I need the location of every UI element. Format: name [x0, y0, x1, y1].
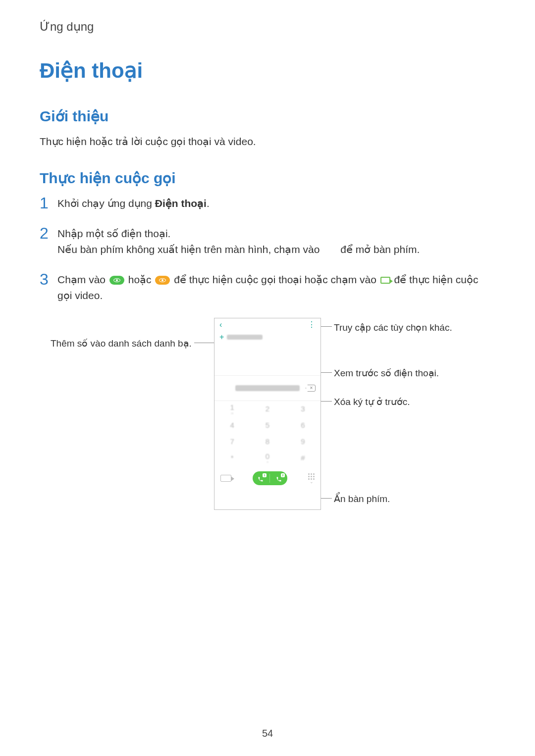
breadcrumb-header: Ứng dụng: [40, 20, 495, 34]
dial-keypad[interactable]: 1∞23456789*0+#: [214, 401, 321, 466]
dial-key[interactable]: 1∞: [214, 401, 250, 417]
call-green-icon: [109, 276, 124, 285]
step-3: 3 Chạm vào hoặc để thực hiện cuộc gọi th…: [40, 272, 495, 304]
step-1-bold: Điện thoại: [155, 198, 207, 209]
section-makecall-heading: Thực hiện cuộc gọi: [40, 169, 495, 187]
step-2-line2a: Nếu bàn phím không xuất hiện trên màn hì…: [57, 244, 322, 255]
callout-add-contact: Thêm số vào danh sách danh bạ.: [51, 338, 192, 349]
step-1: 1 Khởi chạy ứng dụng Điện thoại.: [40, 196, 495, 212]
step-body: Chạm vào hoặc để thực hiện cuộc gọi thoạ…: [55, 272, 495, 304]
section-intro-heading: Giới thiệu: [40, 107, 495, 125]
callout-preview-number: Xem trước số điện thoại.: [334, 367, 439, 379]
preview-area: [214, 341, 321, 376]
phone-mock: ‹ ⋮ + 1∞23456789*0+#: [214, 318, 321, 510]
hide-keypad-icon[interactable]: ⌄: [308, 473, 315, 483]
step-number: 1: [40, 195, 55, 212]
video-call-button-icon[interactable]: [220, 475, 231, 482]
step-body: Nhập một số điện thoại. Nếu bàn phím khô…: [55, 226, 495, 258]
back-icon[interactable]: ‹: [219, 320, 222, 329]
callout-hide-keypad: Ẩn bàn phím.: [334, 493, 390, 504]
dial-key[interactable]: 6: [285, 417, 321, 434]
dialer-figure: Thêm số vào danh sách danh bạ. Truy cập …: [40, 318, 495, 531]
entered-number: [235, 385, 300, 391]
backspace-icon[interactable]: [306, 385, 316, 392]
call-button[interactable]: 1 2: [253, 471, 287, 485]
step-number: 3: [40, 271, 55, 288]
step-1-post: .: [207, 198, 210, 209]
call-orange-icon: [155, 276, 170, 285]
step-2-line2b: để mở bàn phím.: [340, 244, 420, 255]
step-3-a: Chạm vào: [57, 274, 108, 285]
dial-key[interactable]: 7: [214, 434, 250, 450]
sim-2-badge: 2: [281, 473, 285, 477]
step-2-line1: Nhập một số điện thoại.: [57, 226, 495, 242]
contact-name-placeholder: [227, 335, 263, 340]
step-number: 2: [40, 225, 55, 242]
page-title: Điện thoại: [40, 58, 495, 83]
step-3-b: hoặc: [128, 274, 155, 285]
dial-key[interactable]: 5: [250, 417, 285, 434]
step-1-pre: Khởi chạy ứng dụng: [57, 198, 155, 209]
step-2: 2 Nhập một số điện thoại. Nếu bàn phím k…: [40, 226, 495, 258]
dial-key[interactable]: *: [214, 450, 250, 466]
step-body: Khởi chạy ứng dụng Điện thoại.: [55, 196, 495, 212]
section-intro-text: Thực hiện hoặc trả lời cuộc gọi thoại và…: [40, 134, 495, 150]
callout-delete-char: Xóa ký tự ở trước.: [334, 396, 410, 407]
video-call-icon: [380, 277, 390, 284]
callout-more-options: Truy cập các tùy chọn khác.: [334, 322, 452, 333]
sim-1-badge: 1: [263, 473, 267, 477]
dial-key[interactable]: 8: [250, 434, 285, 450]
call-divider: [269, 474, 270, 483]
step-3-c: để thực hiện cuộc gọi thoại hoặc chạm và…: [174, 274, 379, 285]
dial-key[interactable]: 0+: [250, 450, 285, 466]
add-contact-icon[interactable]: +: [219, 333, 224, 341]
page-number: 54: [0, 728, 535, 739]
dial-key[interactable]: #: [285, 450, 321, 466]
dial-key[interactable]: 3: [285, 401, 321, 417]
dial-key[interactable]: 9: [285, 434, 321, 450]
dial-key[interactable]: 2: [250, 401, 285, 417]
more-options-icon[interactable]: ⋮: [308, 320, 316, 329]
dial-key[interactable]: 4: [214, 417, 250, 434]
